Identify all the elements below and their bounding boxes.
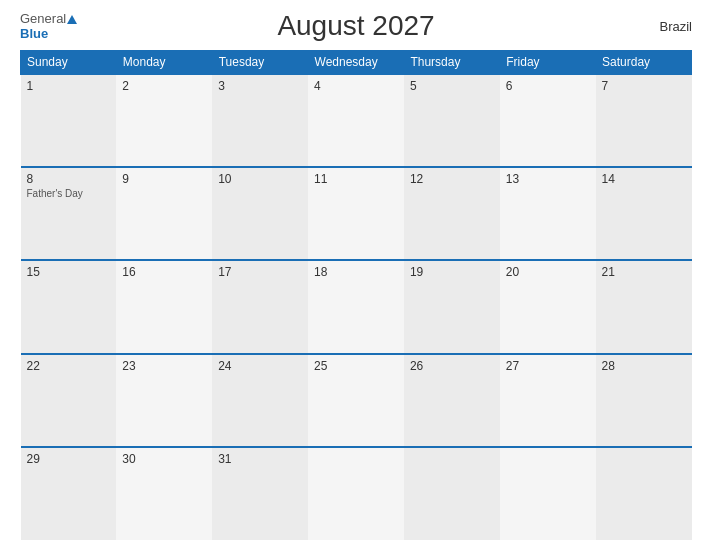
weekday-header: Sunday	[21, 51, 117, 75]
calendar-cell: 31	[212, 447, 308, 540]
calendar-cell: 4	[308, 74, 404, 167]
weekday-header: Monday	[116, 51, 212, 75]
calendar-header: General Blue August 2027 Brazil	[20, 10, 692, 42]
calendar-cell: 27	[500, 354, 596, 447]
day-number: 17	[218, 265, 302, 279]
calendar-cell: 17	[212, 260, 308, 353]
day-number: 4	[314, 79, 398, 93]
day-number: 26	[410, 359, 494, 373]
calendar-cell: 16	[116, 260, 212, 353]
day-number: 31	[218, 452, 302, 466]
calendar-cell: 15	[21, 260, 117, 353]
calendar-cell	[404, 447, 500, 540]
day-number: 14	[602, 172, 686, 186]
calendar-week-row: 8Father's Day91011121314	[21, 167, 692, 260]
country-label: Brazil	[659, 19, 692, 34]
day-number: 23	[122, 359, 206, 373]
day-number: 3	[218, 79, 302, 93]
calendar-cell: 29	[21, 447, 117, 540]
day-number: 2	[122, 79, 206, 93]
day-number: 22	[27, 359, 111, 373]
day-number: 28	[602, 359, 686, 373]
calendar-cell: 18	[308, 260, 404, 353]
calendar-cell: 10	[212, 167, 308, 260]
calendar-cell: 24	[212, 354, 308, 447]
logo-triangle-icon	[67, 15, 77, 24]
day-number: 10	[218, 172, 302, 186]
calendar-week-row: 22232425262728	[21, 354, 692, 447]
day-number: 9	[122, 172, 206, 186]
calendar-cell: 23	[116, 354, 212, 447]
day-number: 30	[122, 452, 206, 466]
calendar-cell: 13	[500, 167, 596, 260]
day-number: 18	[314, 265, 398, 279]
day-number: 13	[506, 172, 590, 186]
day-number: 27	[506, 359, 590, 373]
holiday-label: Father's Day	[27, 188, 111, 199]
calendar-cell: 8Father's Day	[21, 167, 117, 260]
calendar-cell: 11	[308, 167, 404, 260]
calendar-cell	[308, 447, 404, 540]
calendar-cell: 30	[116, 447, 212, 540]
calendar-header-row: SundayMondayTuesdayWednesdayThursdayFrid…	[21, 51, 692, 75]
weekday-header: Tuesday	[212, 51, 308, 75]
calendar-cell: 3	[212, 74, 308, 167]
day-number: 15	[27, 265, 111, 279]
calendar-cell	[596, 447, 692, 540]
weekday-header: Saturday	[596, 51, 692, 75]
day-number: 19	[410, 265, 494, 279]
calendar-cell	[500, 447, 596, 540]
calendar-cell: 25	[308, 354, 404, 447]
calendar-cell: 22	[21, 354, 117, 447]
day-number: 11	[314, 172, 398, 186]
calendar-cell: 14	[596, 167, 692, 260]
calendar-cell: 12	[404, 167, 500, 260]
calendar-week-row: 293031	[21, 447, 692, 540]
day-number: 29	[27, 452, 111, 466]
calendar-cell: 19	[404, 260, 500, 353]
day-number: 16	[122, 265, 206, 279]
calendar-cell: 28	[596, 354, 692, 447]
logo-blue-text: Blue	[20, 26, 48, 41]
calendar-cell: 21	[596, 260, 692, 353]
calendar-cell: 2	[116, 74, 212, 167]
day-number: 25	[314, 359, 398, 373]
day-number: 1	[27, 79, 111, 93]
page-title: August 2027	[277, 10, 434, 42]
logo: General Blue	[20, 11, 77, 41]
calendar-cell: 26	[404, 354, 500, 447]
weekday-header: Thursday	[404, 51, 500, 75]
calendar-week-row: 1234567	[21, 74, 692, 167]
calendar-body: 12345678Father's Day91011121314151617181…	[21, 74, 692, 540]
calendar-cell: 20	[500, 260, 596, 353]
day-number: 8	[27, 172, 111, 186]
weekday-header: Friday	[500, 51, 596, 75]
calendar-week-row: 15161718192021	[21, 260, 692, 353]
weekday-header: Wednesday	[308, 51, 404, 75]
day-number: 24	[218, 359, 302, 373]
calendar-table: SundayMondayTuesdayWednesdayThursdayFrid…	[20, 50, 692, 540]
calendar-cell: 7	[596, 74, 692, 167]
day-number: 6	[506, 79, 590, 93]
day-number: 21	[602, 265, 686, 279]
logo-general-text: General	[20, 11, 66, 26]
day-number: 5	[410, 79, 494, 93]
day-number: 12	[410, 172, 494, 186]
day-number: 7	[602, 79, 686, 93]
calendar-cell: 9	[116, 167, 212, 260]
day-number: 20	[506, 265, 590, 279]
calendar-cell: 1	[21, 74, 117, 167]
calendar-cell: 6	[500, 74, 596, 167]
calendar-cell: 5	[404, 74, 500, 167]
